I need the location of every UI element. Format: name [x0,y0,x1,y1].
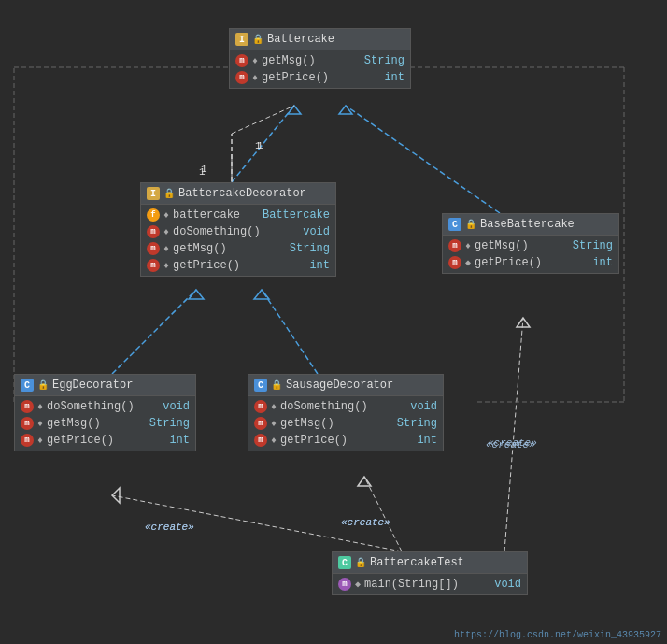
method-name-sausage-0: doSomething() [280,400,397,413]
vis-1: ♦ [252,56,258,66]
svg-line-15 [504,318,523,551]
vis-dec-1: ♦ [163,227,169,237]
method-name-dec-1: doSomething() [173,225,290,238]
battercake-test-header: C 🔒 BattercakeTest [333,552,527,574]
base-battercake-body: m ♦ getMsg() String m ◆ getPrice() int [443,236,618,273]
vis-egg-1: ♦ [37,419,43,429]
battercake-box: I 🔒 Battercake m ♦ getMsg() String m ♦ g… [229,28,411,89]
battercake-decorator-header: I 🔒 BattercakeDecorator [141,183,335,205]
method-name-sausage-2: getPrice() [280,434,404,447]
battercake-decorator-box: I 🔒 BattercakeDecorator f ♦ battercake B… [140,182,336,277]
method-type-sausage-0: void [401,400,437,413]
method-icon-dec-2: m [147,242,160,255]
dec-row-2: m ♦ getMsg() String [141,240,335,257]
svg-marker-14 [358,477,371,486]
method-type-dec-1: void [293,225,330,238]
vis-sausage-1: ♦ [271,419,277,429]
method-type-sausage-1: String [388,417,437,430]
battercake-header: I 🔒 Battercake [230,29,410,50]
method-name-egg-2: getPrice() [47,434,156,447]
method-name-egg-1: getMsg() [47,417,136,430]
vis-dec-0: ♦ [163,210,169,221]
vis-base-1: ◆ [465,257,471,268]
method-name-base-1: getPrice() [475,256,579,269]
vis-sausage-0: ♦ [271,402,277,412]
method-icon-dec-3: m [147,259,160,272]
lock-icon-test: 🔒 [355,557,366,568]
egg-row-1: m ♦ getMsg() String [15,415,195,432]
sausage-decorator-body: m ♦ doSomething() void m ♦ getMsg() Stri… [248,396,443,451]
method-type-sausage-2: int [407,434,437,447]
egg-row-2: m ♦ getPrice() int [15,432,195,449]
battercake-body: m ♦ getMsg() String m ♦ getPrice() int [230,50,410,88]
method-type-2: int [375,71,404,84]
lock-icon-sausage: 🔒 [271,379,282,391]
lock-icon-base: 🔒 [465,219,476,230]
vis-sausage-2: ♦ [271,436,277,446]
multiplicity-1: 1 [257,140,263,151]
class-icon-test: C [338,556,351,569]
method-type-egg-1: String [140,417,190,430]
create-label-sausage: «create» [341,517,390,528]
sausage-row-1: m ♦ getMsg() String [248,415,443,432]
svg-marker-12 [112,488,120,503]
dec-row-0: f ♦ battercake Battercake [141,207,335,223]
battercake-title: Battercake [267,33,334,46]
watermark: https://blog.csdn.net/weixin_43935927 [454,630,661,640]
vis-base-0: ♦ [465,241,471,251]
svg-marker-3 [339,106,352,114]
vis-2: ♦ [252,73,258,83]
method-icon-test-0: m [338,578,351,591]
egg-decorator-box: C 🔒 EggDecorator m ♦ doSomething() void … [14,374,196,451]
field-name-0: battercake [173,208,249,222]
vis-egg-0: ♦ [37,402,43,412]
method-type-egg-0: void [153,400,190,413]
svg-line-2 [346,106,500,213]
method-icon-1: m [235,54,248,67]
base-row-0: m ♦ getMsg() String [443,237,618,254]
class-icon-sausage: C [254,379,267,392]
vis-dec-2: ♦ [163,244,169,254]
svg-marker-8 [189,290,204,299]
interface-icon: I [235,33,248,46]
class-icon-base: C [448,218,461,231]
interface-icon-dec: I [147,187,160,200]
svg-line-7 [112,290,196,374]
method-icon-dec-1: m [147,225,160,238]
method-type-1: String [355,54,404,67]
method-icon-base-0: m [448,239,461,252]
svg-line-6 [232,106,294,134]
method-type-base-0: String [563,239,613,252]
lock-icon-battercake: 🔒 [252,34,263,45]
method-type-egg-2: int [160,434,190,447]
sausage-decorator-title: SausageDecorator [286,379,393,392]
base-battercake-header: C 🔒 BaseBattercake [443,214,618,236]
battercake-row-2: m ♦ getPrice() int [230,69,410,86]
vis-dec-3: ♦ [163,261,169,271]
method-type-test-0: void [485,578,521,591]
create-label-egg: «create» [145,522,194,533]
dec-row-1: m ♦ doSomething() void [141,223,335,240]
class-icon-egg: C [21,379,34,392]
dec-row-3: m ♦ getPrice() int [141,257,335,274]
method-type-base-1: int [583,256,613,269]
lock-icon-dec: 🔒 [163,188,175,199]
svg-line-9 [262,290,318,374]
method-icon-egg-0: m [21,400,34,413]
method-icon-base-1: m [448,256,461,269]
diagram-container: «create» «create» «create» 1 1 I 🔒 Batte… [0,0,667,644]
method-name-1: getMsg() [262,54,351,67]
method-name-sausage-1: getMsg() [280,417,384,430]
method-name-dec-2: getMsg() [173,242,277,255]
egg-row-0: m ♦ doSomething() void [15,398,195,415]
method-type-dec-2: String [280,242,330,255]
method-icon-egg-1: m [21,417,34,430]
method-type-dec-3: int [300,259,330,272]
base-battercake-title: BaseBattercake [480,218,575,231]
field-icon-0: f [147,208,160,222]
method-name-egg-0: doSomething() [47,400,149,413]
sausage-decorator-box: C 🔒 SausageDecorator m ♦ doSomething() v… [248,374,444,451]
battercake-decorator-title: BattercakeDecorator [178,187,306,200]
method-icon-sausage-1: m [254,417,267,430]
svg-line-13 [364,477,402,551]
